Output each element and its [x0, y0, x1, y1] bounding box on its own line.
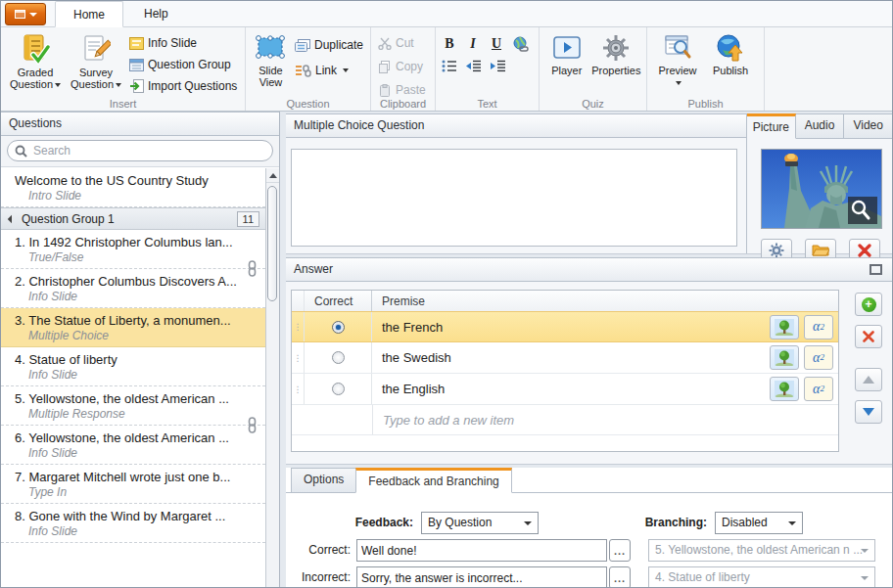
- premise-text: the English: [382, 382, 445, 396]
- preview-icon: [662, 33, 693, 63]
- paste-button[interactable]: Paste: [375, 81, 429, 99]
- correct-radio-checked[interactable]: [332, 321, 345, 334]
- tab-picture[interactable]: Picture: [747, 113, 796, 139]
- tab-help[interactable]: Help: [126, 1, 186, 27]
- search-input[interactable]: [33, 142, 264, 159]
- drag-handle[interactable]: ⋮: [292, 374, 305, 404]
- list-item[interactable]: 1. In 1492 Christopher Columbus lan... T…: [1, 230, 265, 269]
- tab-home[interactable]: Home: [55, 1, 123, 27]
- list-item-selected[interactable]: 3. The Statue of Liberty, a monumen... M…: [1, 308, 265, 347]
- decrease-indent-button[interactable]: [465, 60, 482, 72]
- question-group-button[interactable]: Question Group: [126, 56, 240, 73]
- tab-audio[interactable]: Audio: [796, 113, 845, 138]
- hyperlink-icon[interactable]: [512, 36, 529, 52]
- chevron-down-icon: [343, 68, 349, 72]
- info-slide-icon: [129, 37, 144, 50]
- branch-if-incorrect-select[interactable]: 4. Statue of liberty: [648, 566, 875, 588]
- app-menu-button[interactable]: [5, 3, 46, 25]
- equation-button[interactable]: α2: [804, 377, 833, 401]
- list-item[interactable]: 8. Gone with the Wind by Margaret ... In…: [1, 504, 265, 543]
- picture-placeholder-icon: [775, 349, 794, 366]
- bullet-list-button[interactable]: [442, 60, 457, 72]
- statue-of-liberty-image: [762, 150, 881, 228]
- correct-radio[interactable]: [332, 351, 345, 364]
- list-item[interactable]: 6. Yellowstone, the oldest American ... …: [1, 426, 265, 465]
- incorrect-feedback-field[interactable]: [356, 566, 607, 588]
- tab-feedback-and-branching[interactable]: Feedback and Branching: [355, 468, 511, 493]
- list-item[interactable]: 2. Christopher Columbus Discovers A... I…: [1, 269, 265, 308]
- plus-icon: +: [862, 297, 876, 312]
- answer-row-selected[interactable]: ⋮ the French: [292, 311, 838, 342]
- list-item[interactable]: 4. Statue of liberty Info Slide: [1, 347, 265, 386]
- row-picture-button[interactable]: [770, 315, 799, 339]
- delete-x-icon: [863, 331, 874, 342]
- cut-icon: [378, 37, 392, 50]
- premise-text: the French: [382, 320, 443, 335]
- premise-text: the Swedish: [382, 350, 451, 365]
- question-text-input[interactable]: [291, 149, 737, 247]
- properties-button[interactable]: Properties: [590, 30, 642, 97]
- equation-button[interactable]: α2: [804, 345, 833, 370]
- maximize-icon[interactable]: [870, 264, 882, 275]
- add-answer-button[interactable]: +: [855, 293, 882, 316]
- correct-radio[interactable]: [332, 383, 345, 395]
- survey-question-icon: [81, 33, 111, 65]
- move-up-button[interactable]: [855, 368, 882, 391]
- row-picture-button[interactable]: [770, 345, 799, 370]
- list-item-intro[interactable]: Welcome to the US Country Study Intro Sl…: [1, 168, 265, 207]
- bold-button[interactable]: B: [442, 36, 457, 52]
- duplicate-button[interactable]: Duplicate: [292, 36, 366, 54]
- answer-row[interactable]: ⋮ the Swedish: [292, 342, 838, 374]
- preview-button[interactable]: Preview: [651, 30, 704, 97]
- folder-icon: [812, 244, 829, 257]
- drag-handle[interactable]: ⋮: [292, 342, 305, 373]
- question-picture-thumbnail[interactable]: [761, 149, 882, 229]
- incorrect-feedback-more-button[interactable]: ...: [609, 566, 631, 588]
- group-count-badge: 11: [237, 211, 259, 227]
- branching-label: Branching:: [623, 516, 707, 529]
- feedback-mode-select[interactable]: By Question: [421, 512, 539, 534]
- feedback-form: Feedback: By Question Branching: Disable…: [286, 492, 892, 587]
- drag-handle[interactable]: ⋮: [292, 312, 305, 341]
- scrollbar[interactable]: [265, 168, 279, 587]
- correct-feedback-more-button[interactable]: ...: [609, 539, 631, 562]
- import-questions-button[interactable]: Import Questions: [126, 77, 240, 95]
- underline-button[interactable]: U: [489, 36, 504, 52]
- row-picture-button[interactable]: [770, 377, 799, 401]
- tab-video[interactable]: Video: [844, 113, 892, 138]
- tab-options[interactable]: Options: [291, 468, 355, 493]
- up-arrow-icon: [863, 376, 874, 384]
- scroll-up-button[interactable]: [266, 168, 279, 183]
- move-down-button[interactable]: [855, 400, 882, 424]
- add-answer-placeholder: Type to add a new item: [373, 413, 514, 428]
- slide-view-button[interactable]: SlideView: [250, 30, 292, 97]
- copy-button[interactable]: Copy: [375, 58, 429, 75]
- ribbon-group-publish: Preview Publish Publish: [647, 27, 765, 111]
- cut-button[interactable]: Cut: [375, 34, 429, 52]
- delete-answer-button[interactable]: [855, 325, 882, 348]
- player-button[interactable]: Player: [543, 30, 590, 97]
- scrollbar-thumb[interactable]: [267, 186, 277, 301]
- add-answer-row[interactable]: Type to add a new item: [292, 405, 838, 435]
- linked-slides-icon: [247, 260, 258, 277]
- survey-question-button[interactable]: SurveyQuestion: [66, 30, 126, 97]
- graded-question-button[interactable]: GradedQuestion: [5, 30, 66, 97]
- info-slide-button[interactable]: Info Slide: [126, 34, 240, 52]
- list-item[interactable]: 5. Yellowstone, the oldest American ... …: [1, 386, 265, 426]
- ribbon-group-text: B I U: [436, 27, 540, 111]
- answer-row[interactable]: ⋮ the English: [292, 374, 838, 405]
- question-group-header[interactable]: Question Group 1 11: [1, 207, 265, 230]
- list-item[interactable]: 7. Margaret Mitchell wrote just one b...…: [1, 465, 265, 504]
- branch-if-correct-select[interactable]: 5. Yellowstone, the oldest American n ..…: [648, 539, 875, 562]
- equation-button[interactable]: α2: [804, 315, 833, 339]
- publish-button[interactable]: Publish: [704, 30, 757, 97]
- increase-indent-button[interactable]: [490, 60, 506, 72]
- correct-feedback-input[interactable]: [361, 540, 602, 561]
- search-box[interactable]: [7, 140, 273, 161]
- incorrect-feedback-input[interactable]: [361, 567, 602, 588]
- correct-feedback-field[interactable]: [356, 539, 607, 562]
- italic-button[interactable]: I: [465, 36, 481, 52]
- branching-select[interactable]: Disabled: [715, 512, 803, 534]
- link-button[interactable]: Link: [292, 62, 366, 79]
- picture-placeholder-icon: [775, 319, 794, 336]
